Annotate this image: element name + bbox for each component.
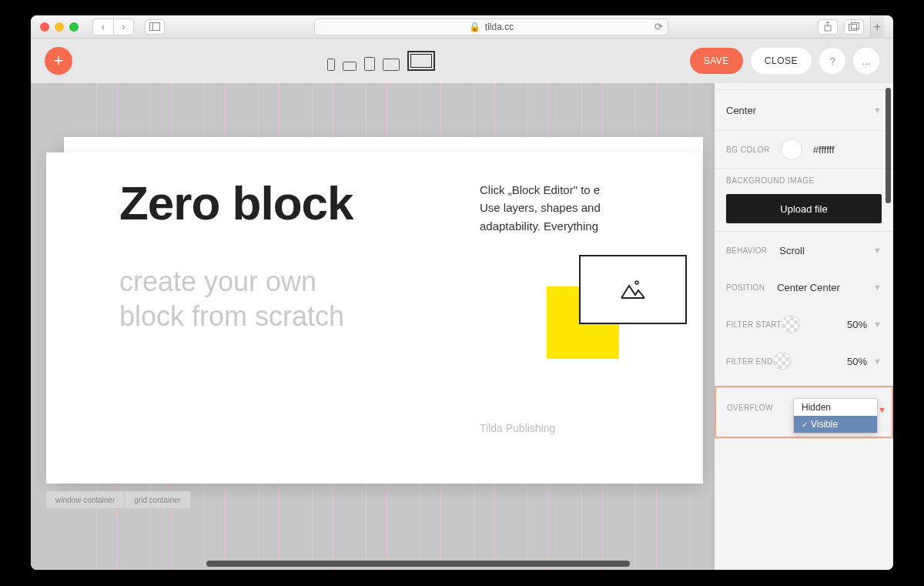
- bg-image-label: BACKGROUND IMAGE: [726, 176, 882, 185]
- dropdown-caret-icon: ▼: [878, 405, 886, 414]
- filter-end-value: 50%: [847, 356, 867, 367]
- svg-rect-7: [343, 62, 356, 71]
- maximize-window-icon[interactable]: [69, 22, 79, 32]
- overflow-section: OVERFLOW ▼ Hidden ✓Visible: [715, 386, 893, 438]
- filter-end-label: FILTER END: [726, 357, 773, 366]
- share-icon: [823, 22, 832, 32]
- device-tablet-landscape[interactable]: [383, 59, 400, 71]
- bg-image-section: BACKGROUND IMAGE Upload file: [715, 168, 893, 231]
- save-button[interactable]: SAVE: [690, 48, 743, 74]
- image-icon: [620, 280, 646, 300]
- subtitle-text[interactable]: create your own block from scratch: [119, 264, 344, 333]
- grid-container-label[interactable]: grid container: [125, 491, 190, 508]
- share-button[interactable]: [818, 19, 838, 35]
- upload-file-button[interactable]: Upload file: [726, 194, 882, 223]
- para-line1: Click „Block Editor" to e: [480, 183, 600, 196]
- para-line3: adaptability. Everything: [480, 219, 598, 233]
- filter-start-swatch[interactable]: [782, 315, 800, 333]
- properties-panel: Center ▼ BG COLOR #ffffff BACKGROUND IMA…: [715, 83, 893, 570]
- more-button[interactable]: ...: [853, 48, 879, 74]
- address-bar[interactable]: 🔒 tilda.cc ⟳: [314, 18, 668, 35]
- overflow-visible-text: Visible: [811, 419, 838, 430]
- para-line2: Use layers, shapes and: [480, 201, 601, 214]
- url-text: tilda.cc: [485, 22, 514, 32]
- svg-rect-6: [327, 59, 334, 71]
- align-value: Center: [726, 105, 756, 116]
- align-row[interactable]: Center ▼: [715, 89, 893, 130]
- help-button[interactable]: ?: [819, 48, 845, 74]
- subtitle-line2: block from scratch: [119, 300, 344, 332]
- window-container-label[interactable]: window container: [46, 491, 124, 508]
- workspace: Zero block create your own block from sc…: [31, 83, 893, 570]
- minimize-window-icon[interactable]: [55, 22, 64, 32]
- svg-rect-10: [410, 55, 431, 68]
- panel-scrollbar[interactable]: [886, 88, 891, 203]
- chevron-down-icon: ▼: [873, 320, 882, 329]
- close-button[interactable]: CLOSE: [751, 48, 812, 74]
- device-tablet-portrait[interactable]: [364, 57, 375, 71]
- browser-window: ‹ › 🔒 tilda.cc ⟳ + + SAVE: [31, 15, 893, 570]
- svg-rect-0: [150, 23, 160, 31]
- behavior-value: Scroll: [779, 245, 867, 256]
- back-button[interactable]: ‹: [93, 19, 113, 35]
- toolbar-actions: SAVE CLOSE ? ...: [690, 48, 879, 74]
- image-placeholder[interactable]: [579, 255, 687, 324]
- heading-text[interactable]: Zero block: [119, 176, 353, 230]
- filter-start-row[interactable]: FILTER START 50% ▼: [715, 306, 893, 343]
- svg-rect-5: [852, 23, 859, 29]
- chevron-down-icon: ▼: [873, 283, 882, 292]
- app-toolbar: + SAVE CLOSE ? ...: [31, 39, 893, 83]
- device-phone-landscape[interactable]: [343, 62, 357, 71]
- filter-start-value: 50%: [847, 319, 867, 330]
- overflow-label: OVERFLOW: [727, 404, 773, 412]
- close-window-icon[interactable]: [40, 22, 49, 32]
- horizontal-scrollbar[interactable]: [206, 561, 630, 567]
- tabs-icon: [849, 22, 859, 31]
- bg-color-label: BG COLOR: [726, 146, 770, 154]
- bg-color-value[interactable]: #ffffff: [813, 144, 835, 156]
- position-row[interactable]: POSITION Center Center ▼: [715, 269, 893, 306]
- sidebar-icon: [149, 22, 160, 31]
- bg-color-row: BG COLOR #ffffff: [715, 130, 893, 168]
- add-element-button[interactable]: +: [45, 47, 72, 75]
- device-preview-row: [327, 51, 435, 71]
- new-tab-button[interactable]: +: [870, 15, 884, 39]
- filter-end-swatch[interactable]: [773, 352, 792, 370]
- forward-button[interactable]: ›: [113, 19, 133, 35]
- subtitle-line1: create your own: [119, 266, 316, 297]
- lock-icon: 🔒: [469, 22, 480, 32]
- svg-rect-4: [849, 25, 857, 31]
- device-desktop[interactable]: [407, 51, 435, 71]
- filter-start-label: FILTER START: [726, 320, 782, 329]
- container-labels: window container grid container: [46, 491, 190, 508]
- svg-point-11: [635, 281, 638, 284]
- check-icon: ✓: [802, 420, 808, 429]
- tabs-button[interactable]: [844, 19, 864, 35]
- reload-icon[interactable]: ⟳: [654, 21, 663, 32]
- browser-toolbar: ‹ › 🔒 tilda.cc ⟳ +: [31, 15, 893, 39]
- caption-text[interactable]: Tilda Publishing: [480, 422, 555, 434]
- traffic-lights: [40, 22, 79, 32]
- position-value: Center Center: [777, 282, 867, 293]
- nav-arrows: ‹ ›: [92, 18, 134, 35]
- position-label: POSITION: [726, 283, 765, 292]
- filter-end-row[interactable]: FILTER END 50% ▼: [715, 343, 893, 380]
- sidebar-toggle-button[interactable]: [145, 19, 165, 35]
- overflow-option-visible[interactable]: ✓Visible: [794, 416, 877, 433]
- svg-rect-8: [364, 58, 374, 71]
- overflow-option-hidden[interactable]: Hidden: [794, 399, 877, 416]
- behavior-label: BEHAVIOR: [726, 246, 767, 255]
- device-phone-portrait[interactable]: [327, 59, 335, 71]
- svg-rect-9: [383, 59, 399, 71]
- chevron-down-icon: ▼: [873, 246, 882, 255]
- behavior-row[interactable]: BEHAVIOR Scroll ▼: [715, 231, 893, 269]
- overflow-dropdown[interactable]: ▼ Hidden ✓Visible: [793, 398, 878, 434]
- bg-color-swatch[interactable]: [781, 139, 802, 160]
- chevron-down-icon: ▼: [873, 105, 882, 115]
- paragraph-text[interactable]: Click „Block Editor" to e Use layers, sh…: [480, 181, 699, 235]
- chevron-down-icon: ▼: [873, 357, 882, 366]
